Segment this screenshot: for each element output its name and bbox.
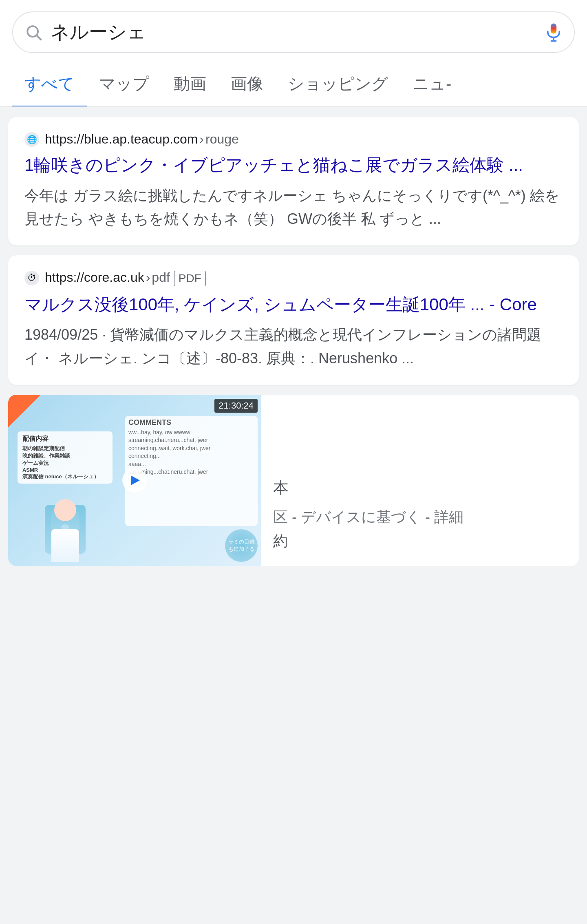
video-thumbnail[interactable]: 配信内容 朝の雑談定期配信 晩的雑談、作業雑談 ゲーム実況 ASMR 演奏配信 … <box>8 395 261 566</box>
tab-news[interactable]: ニュ- <box>400 61 463 107</box>
tab-map[interactable]: マップ <box>87 61 161 107</box>
tabs-container: すべて マップ 動画 画像 ショッピング ニュ- <box>0 61 587 107</box>
result-source-1: 🌐 https://blue.ap.teacup.com›rouge <box>24 132 563 147</box>
comment-4: aaaa... <box>128 460 254 469</box>
comment-0: ww...hay, hay, ow wwww <box>128 429 254 437</box>
play-button[interactable] <box>122 468 147 493</box>
result-favicon-2: ⏱ <box>24 271 39 285</box>
video-card: 配信内容 朝の雑談定期配信 晩的雑談、作業雑談 ゲーム実況 ASMR 演奏配信 … <box>8 395 579 566</box>
mic-icon[interactable] <box>545 22 563 42</box>
schedule-item-3: ASMR <box>22 467 108 473</box>
results-container: 🌐 https://blue.ap.teacup.com›rouge 1輪咲きの… <box>0 107 587 576</box>
video-card-text: 本 区 - デバイスに基づく - 詳細 約 <box>261 462 579 566</box>
schedule-item-0: 朝の雑談定期配信 <box>22 445 108 452</box>
tab-shopping[interactable]: ショッピング <box>276 61 400 107</box>
schedule-box: 配信内容 朝の雑談定期配信 晩的雑談、作業雑談 ゲーム実況 ASMR 演奏配信 … <box>18 431 113 484</box>
result-favicon-1: 🌐 <box>24 132 39 147</box>
comments-header: COMMENTS <box>128 418 254 427</box>
search-icon <box>24 23 42 41</box>
search-input[interactable]: ネルーシェ <box>51 20 536 45</box>
location-note: 区 - デバイスに基づく - 詳細 <box>273 506 567 528</box>
search-bar: ネルーシェ <box>12 11 575 53</box>
comment-3: connecting... <box>128 452 254 460</box>
result-title-2[interactable]: マルクス没後100年, ケインズ, シュムペーター生誕100年 ... - Co… <box>24 293 563 317</box>
schedule-item-2: ゲーム実況 <box>22 460 108 467</box>
svg-line-1 <box>37 35 41 40</box>
comment-1: streaming.chat.neru...chat, jwer <box>128 436 254 444</box>
comment-5: streaming...chat.neru.chat, jwer <box>128 468 254 476</box>
character-illustration <box>12 484 118 562</box>
play-icon <box>131 475 140 485</box>
result-card-1: 🌐 https://blue.ap.teacup.com›rouge 1輪咲きの… <box>8 117 579 245</box>
comments-panel: COMMENTS ww...hay, hay, ow wwww streamin… <box>125 416 258 526</box>
corner-decoration <box>8 395 41 427</box>
video-card-subtitle: 本 <box>273 476 567 500</box>
result-title-1[interactable]: 1輪咲きのピンク・イブピアッチェと猫ねこ展でガラス絵体験 ... <box>24 153 563 177</box>
schedule-item-1: 晩的雑談、作業雑談 <box>22 452 108 460</box>
video-card-note2: 約 <box>273 531 567 551</box>
schedule-label: 配信内容 <box>22 435 108 443</box>
schedule-item-4: 演奏配信 neluce（ネルーシェ） <box>22 473 108 480</box>
tab-video[interactable]: 動画 <box>161 61 218 107</box>
result-snippet-1: 今年は ガラス絵に挑戦したんですネルーシェ ちゃんにそっくりです(*^_^*) … <box>24 184 563 231</box>
tab-image[interactable]: 画像 <box>218 61 276 107</box>
result-snippet-2: 1984/09/25 · 貨幣減価のマルクス主義的概念と現代インフレーションの諸… <box>24 323 563 370</box>
pdf-badge: PDF <box>174 271 206 286</box>
subscriber-badge: ラミの目録も追加子る <box>225 529 258 562</box>
svg-rect-2 <box>551 24 556 34</box>
search-bar-container: ネルーシェ <box>0 0 587 61</box>
result-source-2: ⏱ https://core.ac.uk›pdfPDF <box>24 270 563 286</box>
result-url-2: https://core.ac.uk›pdfPDF <box>45 270 206 286</box>
tab-all[interactable]: すべて <box>12 61 87 107</box>
result-url-1: https://blue.ap.teacup.com›rouge <box>45 132 239 147</box>
timestamp-badge: 21:30:24 <box>214 399 258 413</box>
video-card-inner: 配信内容 朝の雑談定期配信 晩的雑談、作業雑談 ゲーム実況 ASMR 演奏配信 … <box>8 395 579 566</box>
result-card-2: ⏱ https://core.ac.uk›pdfPDF マルクス没後100年, … <box>8 255 579 385</box>
comment-2: connecting..wait, work.chat, jwer <box>128 444 254 453</box>
